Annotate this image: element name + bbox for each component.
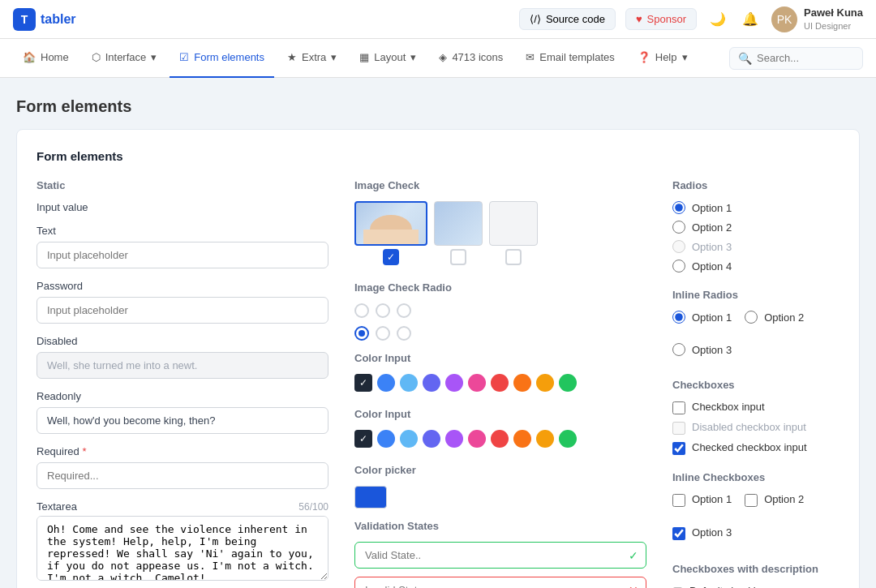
radio-option-2[interactable]: Option 2: [672, 221, 840, 234]
swatch-swatches1-4[interactable]: [445, 374, 463, 392]
image-radio-2[interactable]: [376, 303, 390, 318]
inline-checkbox-input-1[interactable]: [672, 494, 685, 507]
logo[interactable]: T tabler: [13, 8, 76, 31]
swatch-swatches2-5[interactable]: [468, 430, 486, 448]
checkbox-input-1[interactable]: [672, 401, 685, 414]
column-2: Image Check ✓ Image C: [354, 179, 646, 588]
image-radio-6[interactable]: [397, 326, 411, 341]
inline-radio-2[interactable]: Option 2: [745, 311, 804, 324]
notifications-button[interactable]: 🔔: [739, 8, 762, 30]
checkbox-input-3[interactable]: [672, 442, 685, 455]
swatch-swatches1-0[interactable]: ✓: [354, 374, 372, 392]
image-radio-3[interactable]: [397, 303, 411, 318]
checkbox-1[interactable]: Checkbox input: [672, 401, 840, 414]
swatch-swatches2-8[interactable]: [536, 430, 554, 448]
nav-item-email-templates[interactable]: ✉ Email templates: [516, 39, 624, 78]
swatch-swatches1-6[interactable]: [491, 374, 509, 392]
logo-icon: T: [13, 8, 36, 31]
topbar-right: ⟨/⟩ Source code ♥ Sponsor 🌙 🔔 PK Paweł K…: [519, 6, 863, 32]
photo-thumb-2[interactable]: [434, 201, 483, 246]
swatch-swatches2-0[interactable]: ✓: [354, 430, 372, 448]
inline-radio-3[interactable]: Option 3: [672, 343, 732, 356]
image-check-3[interactable]: [505, 249, 522, 265]
inline-checkbox-2[interactable]: Option 2: [745, 493, 804, 507]
swatch-swatches1-3[interactable]: [423, 374, 440, 392]
valid-input-wrapper: ✓: [354, 542, 646, 569]
swatch-swatches1-1[interactable]: [377, 374, 395, 392]
color-input-label-1: Color Input: [354, 352, 646, 364]
password-label: Password: [36, 280, 328, 292]
inline-radio-input-2[interactable]: [745, 311, 758, 324]
nav-item-interface[interactable]: ⬡ Interface ▾: [82, 39, 167, 78]
checkbox-desc-section-label: Checkboxes with description: [672, 563, 840, 575]
column-3: Radios Option 1 Option 2 Option 3: [672, 179, 840, 588]
sponsor-button[interactable]: ♥ Sponsor: [625, 8, 697, 30]
char-count: 56/100: [298, 501, 328, 513]
swatch-swatches2-7[interactable]: [513, 430, 531, 448]
page: Form elements Form elements Static Input…: [0, 78, 876, 588]
invalid-icon: ✕: [629, 584, 638, 589]
swatch-swatches1-2[interactable]: [400, 374, 418, 392]
image-radio-5[interactable]: [376, 326, 390, 341]
image-radio-4[interactable]: [354, 326, 369, 341]
checkbox-desc-content-1: Default checkbox Lorem ipsum dolor sit a…: [689, 585, 840, 588]
inline-checkbox-label-2: Option 2: [764, 493, 804, 505]
nav-item-home[interactable]: 🏠 Home: [13, 39, 79, 78]
nav-item-form-elements[interactable]: ☑ Form elements: [170, 39, 274, 78]
text-input[interactable]: [36, 242, 328, 268]
swatch-swatches2-6[interactable]: [491, 430, 509, 448]
image-check-1[interactable]: ✓: [383, 249, 399, 265]
invalid-state-input[interactable]: [354, 577, 646, 588]
swatch-swatches2-1[interactable]: [377, 430, 395, 448]
nav-item-icons[interactable]: ◈ 4713 icons: [429, 39, 513, 78]
user-profile[interactable]: PK Paweł Kuna UI Designer: [771, 6, 863, 32]
inline-checkbox-input-3[interactable]: [672, 527, 685, 540]
valid-state-input[interactable]: [354, 542, 646, 569]
color-picker-swatch[interactable]: [354, 486, 387, 509]
inline-radio-1[interactable]: Option 1: [672, 311, 732, 324]
radio-input-2[interactable]: [672, 221, 685, 234]
readonly-field-group: Readonly: [36, 390, 328, 434]
inline-checkbox-label-3: Option 3: [692, 526, 732, 539]
radios-label: Radios: [672, 179, 840, 191]
checkbox-desc-label-1: Default checkbox: [689, 585, 840, 588]
password-field-group: Password: [36, 280, 328, 324]
radio-option-4[interactable]: Option 4: [672, 260, 840, 273]
radio-input-4[interactable]: [672, 260, 685, 273]
nav-item-extra[interactable]: ★ Extra ▾: [277, 39, 346, 78]
swatch-swatches2-4[interactable]: [445, 430, 463, 448]
photo-thumb-1[interactable]: [354, 201, 427, 246]
photo-thumb-3[interactable]: [489, 201, 538, 246]
inline-radio-input-1[interactable]: [672, 311, 685, 324]
radio-option-1[interactable]: Option 1: [672, 201, 840, 214]
nav-item-layout[interactable]: ▦ Layout ▾: [350, 39, 426, 78]
theme-toggle-button[interactable]: 🌙: [706, 8, 729, 30]
search-box[interactable]: 🔍: [729, 47, 863, 70]
radio-input-1[interactable]: [672, 201, 685, 214]
swatch-swatches1-7[interactable]: [513, 374, 531, 392]
textarea-input[interactable]: Oh! Come and see the violence inherent i…: [36, 516, 328, 581]
color-row-1: ✓: [354, 374, 646, 392]
inline-checkbox-1[interactable]: Option 1: [672, 493, 732, 507]
source-code-button[interactable]: ⟨/⟩ Source code: [519, 8, 616, 30]
required-input[interactable]: [36, 462, 328, 489]
swatch-swatches2-2[interactable]: [400, 430, 418, 448]
required-asterisk: *: [82, 445, 86, 457]
inline-checkbox-3[interactable]: Option 3: [672, 526, 732, 540]
image-check-2[interactable]: [450, 249, 466, 265]
inline-checkbox-input-2[interactable]: [745, 494, 758, 507]
password-input[interactable]: [36, 297, 328, 324]
swatch-swatches1-5[interactable]: [468, 374, 486, 392]
swatch-swatches1-9[interactable]: [559, 374, 577, 392]
readonly-input[interactable]: [36, 407, 328, 434]
image-check-item-3: [489, 201, 538, 265]
swatch-swatches1-8[interactable]: [536, 374, 554, 392]
disabled-field-group: Disabled: [36, 335, 328, 379]
search-input[interactable]: [757, 52, 854, 64]
swatch-swatches2-9[interactable]: [559, 430, 577, 448]
swatch-swatches2-3[interactable]: [423, 430, 440, 448]
checkbox-3[interactable]: Checked checkbox input: [672, 441, 840, 455]
nav-item-help[interactable]: ❓ Help ▾: [628, 39, 698, 78]
image-radio-1[interactable]: [354, 303, 369, 318]
inline-radio-input-3[interactable]: [672, 343, 685, 356]
